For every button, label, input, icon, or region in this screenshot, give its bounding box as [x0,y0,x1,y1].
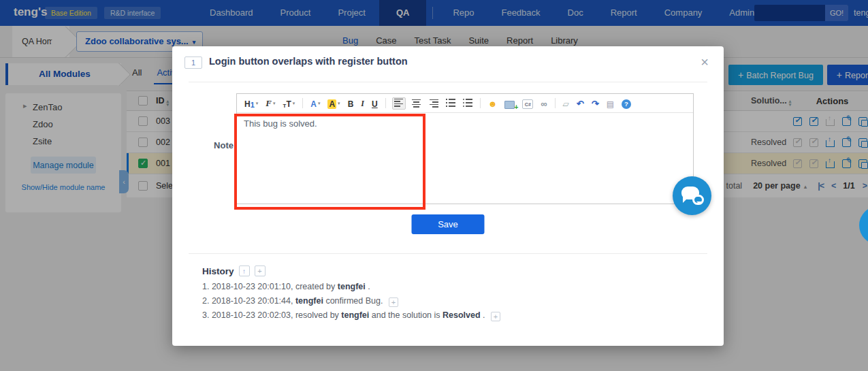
ordered-list-icon[interactable] [445,97,457,110]
redo-icon[interactable] [590,97,600,110]
eraser-icon[interactable] [562,97,570,110]
note-label: Note [199,140,234,150]
history-reverse-icon[interactable] [239,265,250,276]
bug-id-badge: 1 [184,57,202,69]
code-icon[interactable]: C# [521,97,534,110]
caret-down-icon: ▾ [273,101,276,106]
unordered-list-icon[interactable] [462,97,474,110]
toolbar-separator [555,98,556,108]
bold-icon[interactable]: B [347,97,355,110]
toolbar-separator [302,98,303,108]
history-title: History [202,266,234,276]
heading-icon[interactable]: H1▾ [243,97,259,110]
undo-icon[interactable] [575,97,585,110]
history-list: 1. 2018-10-23 20:01:10, created by tengf… [202,280,500,323]
font-size-icon[interactable]: TT▾ [282,97,297,110]
history-expand-icon[interactable]: + [389,297,398,307]
clipboard-icon[interactable] [605,97,615,110]
history-item-1: 1. 2018-10-23 20:01:10, created by tengf… [202,280,500,294]
caret-down-icon: ▾ [318,101,321,106]
emoji-icon[interactable] [487,97,499,110]
chat-widget-button[interactable] [673,176,711,215]
caret-down-icon: ▾ [338,101,340,106]
save-button[interactable]: Save [412,214,485,234]
align-left-icon[interactable] [392,97,406,110]
divider [189,253,707,254]
image-icon[interactable]: + [503,97,516,110]
page: teng's Base EditionR&D interface Dashboa… [0,0,868,371]
align-right-icon[interactable] [428,97,440,110]
fore-color-icon[interactable]: A▾ [309,97,321,110]
resolve-bug-modal: × 1 Login button overlaps with register … [172,46,724,346]
caret-down-icon: ▾ [293,101,295,106]
history-expand-all-icon[interactable] [255,265,266,276]
caret-down-icon: ▾ [256,101,259,106]
divider [189,82,707,82]
help-icon[interactable]: ? [620,97,632,110]
history-expand-icon[interactable]: + [491,312,500,321]
italic-icon[interactable]: I [359,97,366,110]
font-family-icon[interactable]: F▾ [264,97,276,110]
history-item-2: 2. 2018-10-23 20:01:44, tengfei confirme… [202,294,500,308]
back-color-icon[interactable]: A▾ [326,97,341,110]
editor-content[interactable]: This bug is solved. [237,113,693,195]
rich-text-editor: H1▾F▾TT▾A▾A▾BIU+C#? This bug is solved. [236,93,694,204]
editor-toolbar: H1▾F▾TT▾A▾A▾BIU+C#? [237,94,693,113]
toolbar-separator [480,98,481,108]
underline-icon[interactable]: U [370,97,379,110]
link-icon[interactable] [539,97,548,110]
chat-bubble-small-icon [692,195,704,205]
close-icon[interactable]: × [701,54,709,70]
history-item-3: 3. 2018-10-23 20:02:03, resolved by teng… [202,308,500,323]
modal-title: Login button overlaps with register butt… [209,56,408,67]
toolbar-separator [385,98,386,108]
align-center-icon[interactable] [411,97,423,110]
